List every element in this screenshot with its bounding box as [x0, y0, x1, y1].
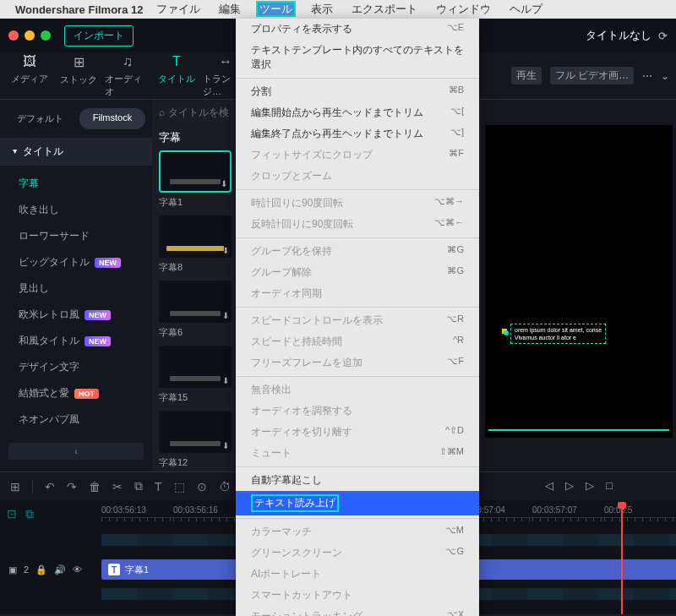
tab-0[interactable]: 🖼メディア: [7, 54, 52, 98]
menubar-item-1[interactable]: 編集: [215, 1, 244, 17]
shortcut: ⌥X: [447, 609, 464, 616]
track-eye-icon[interactable]: 👁: [73, 564, 82, 575]
sidebar-item-0[interactable]: 字幕: [0, 171, 152, 197]
tab-icon: ♫: [123, 54, 133, 69]
download-icon[interactable]: ⬇: [222, 376, 229, 385]
sidetab-filmstock[interactable]: Filmstock: [79, 108, 145, 129]
menu-item: スピードと持続時間^R: [236, 331, 479, 352]
shortcut: ^R: [453, 335, 464, 349]
preview-view-mode[interactable]: フル ビデオ画…: [550, 67, 634, 84]
menubar-item-3[interactable]: 表示: [308, 1, 336, 17]
tools-dropdown: プロパティを表示する⌥Eテキストテンプレート内のすべてのテキストを選択分割⌘B編…: [236, 19, 479, 616]
sidebar-item-6[interactable]: 和風タイトルNEW: [0, 328, 152, 354]
sidebar-item-1[interactable]: 吹き出し: [0, 197, 152, 223]
tab-2[interactable]: ♫オーディオ: [105, 54, 150, 98]
prev-frame-icon[interactable]: ◁: [545, 479, 553, 492]
maximize-window[interactable]: [41, 30, 51, 41]
refresh-icon[interactable]: ⟳: [658, 30, 668, 42]
delete-icon[interactable]: 🗑: [89, 480, 101, 493]
close-window[interactable]: [8, 30, 19, 41]
menu-item[interactable]: 編集開始点から再生ヘッドまでトリム⌥[: [236, 102, 479, 123]
thumb-name: 字幕1: [159, 193, 232, 209]
menubar-item-6[interactable]: ヘルプ: [506, 1, 546, 17]
minimize-window[interactable]: [25, 30, 35, 41]
menubar-item-2[interactable]: ツール: [256, 1, 296, 17]
thumbnail[interactable]: ⬇: [159, 215, 232, 258]
undo-icon[interactable]: ↶: [45, 480, 55, 493]
shortcut: ⌘G: [447, 244, 464, 259]
preview-canvas[interactable]: orem ipsum dolor sit amet, conse Vivamus…: [485, 125, 673, 438]
clip-name: 字幕1: [125, 564, 149, 576]
menu-item: グリーンスクリーン⌥G: [236, 542, 479, 564]
tab-3[interactable]: Tタイトル: [154, 54, 199, 98]
menubar-item-4[interactable]: エクスポート: [348, 1, 421, 17]
track-mute-icon[interactable]: 🔊: [54, 564, 66, 575]
project-title: タイトルなし: [586, 28, 651, 43]
sidebar-item-4[interactable]: 見出し: [0, 275, 152, 302]
download-icon[interactable]: ⬇: [221, 179, 227, 188]
download-icon[interactable]: ⬇: [222, 246, 229, 255]
download-icon[interactable]: ⬇: [222, 441, 229, 450]
tab-icon: ⊞: [74, 54, 84, 70]
menu-item: モーショントラッキング⌥X: [236, 606, 479, 616]
sidetab-default[interactable]: デフォルト: [7, 108, 73, 129]
menu-item[interactable]: テキストテンプレート内のすべてのテキストを選択: [236, 40, 479, 75]
timeline-lock-icon[interactable]: ⊡: [7, 507, 17, 521]
redo-icon[interactable]: ↷: [67, 480, 77, 493]
preview-menu-icon[interactable]: ⋯: [642, 70, 652, 82]
crop-icon[interactable]: ⬚: [174, 480, 185, 493]
menubar-item-0[interactable]: ファイル: [153, 1, 204, 17]
traffic-lights: [8, 30, 51, 41]
track-lock-icon[interactable]: 🔒: [35, 564, 47, 575]
sidebar-item-2[interactable]: ローワーサード: [0, 223, 152, 249]
thumbnail[interactable]: ⬇: [159, 281, 232, 323]
mac-menubar: Wondershare Filmora 12 ファイル編集ツール表示エクスポート…: [0, 0, 676, 19]
menu-item: グループ解除⌘G: [236, 262, 479, 283]
download-icon[interactable]: ⬇: [222, 311, 229, 320]
app-name[interactable]: Wondershare Filmora 12: [15, 3, 143, 16]
copy-icon[interactable]: ⧉: [134, 479, 143, 493]
thumbnail[interactable]: ⬇: [159, 411, 232, 453]
track-visibility-icon[interactable]: ▣: [8, 564, 17, 575]
sidebar-item-7[interactable]: デザイン文字: [0, 354, 152, 380]
menu-item[interactable]: 自動字幕起こし: [236, 470, 479, 491]
menu-item: オーディオを調整する: [236, 401, 479, 422]
import-button[interactable]: インポート: [64, 25, 134, 46]
shortcut: ⌘B: [449, 84, 464, 99]
sidebar-item-9[interactable]: ネオンパブ風: [0, 406, 152, 433]
preview-expand-icon[interactable]: ⌄: [661, 70, 669, 82]
menu-item[interactable]: 編集終了点から再生ヘッドまでトリム⌥]: [236, 123, 479, 144]
playback-mode[interactable]: 再生: [511, 67, 542, 84]
tab-1[interactable]: ⊞ストック: [56, 54, 101, 98]
speed-icon[interactable]: ⏱: [219, 480, 231, 493]
sidebar-expand[interactable]: ‹: [8, 443, 144, 460]
thumbnail[interactable]: ⬇: [159, 150, 232, 193]
zoom-icon[interactable]: ⊙: [197, 480, 207, 493]
shortcut: ⌥G: [445, 546, 464, 560]
thumbnail[interactable]: ⬇: [159, 346, 232, 388]
side-group-title[interactable]: タイトル: [0, 138, 152, 166]
menu-item[interactable]: 分割⌘B: [236, 81, 479, 102]
ruler-tick: 00:03:57:07: [532, 505, 604, 521]
track-header[interactable]: ▣ 2 🔒 🔊 👁: [0, 564, 101, 575]
menu-item[interactable]: テキスト読み上げ: [236, 491, 479, 515]
menu-item: 無音検出: [236, 379, 479, 401]
text-tool-icon[interactable]: T: [155, 480, 162, 493]
sidebar-item-3[interactable]: ビッグタイトルNEW: [0, 249, 152, 275]
menubar-item-5[interactable]: ウィンドウ: [433, 1, 494, 17]
next-frame-icon[interactable]: ▷: [586, 479, 594, 492]
preview-waveform: [488, 429, 669, 431]
playhead[interactable]: [621, 504, 623, 614]
menu-item: ミュート⇧⌘M: [236, 443, 479, 464]
sidebar-item-8[interactable]: 結婚式と愛HOT: [0, 380, 152, 406]
tool-select-icon[interactable]: ⊞: [10, 480, 20, 493]
play-icon[interactable]: ▷: [565, 479, 574, 492]
tab-icon: ↔: [219, 54, 232, 69]
timeline-link-icon[interactable]: ⧉: [25, 507, 34, 521]
menu-item[interactable]: プロパティを表示する⌥E: [236, 19, 479, 40]
stop-icon[interactable]: □: [606, 479, 613, 492]
cut-icon[interactable]: ✂: [112, 480, 123, 493]
text-overlay[interactable]: orem ipsum dolor sit amet, conse Vivamus…: [510, 324, 673, 344]
search-icon: ⌕: [159, 106, 165, 118]
sidebar-item-5[interactable]: 欧米レトロ風NEW: [0, 302, 152, 328]
